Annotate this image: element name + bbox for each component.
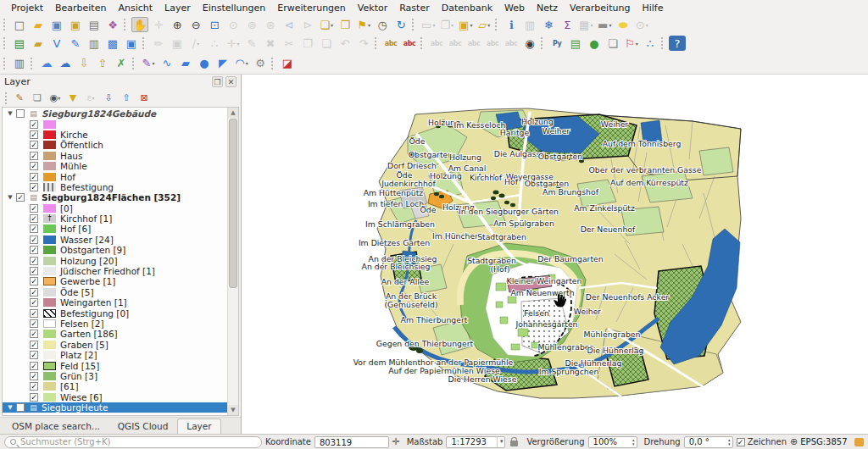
class-visibility-checkbox[interactable]: ✓ bbox=[30, 183, 38, 191]
add-vector-layer-button[interactable]: ▰ bbox=[30, 36, 47, 51]
show-hide-labels-button[interactable]: abc bbox=[447, 36, 464, 51]
panel-float-icon[interactable]: ❐ bbox=[212, 76, 223, 87]
add-raster-layer-button[interactable]: ▩ bbox=[104, 36, 121, 51]
resource-sharing-button[interactable]: ▤ bbox=[567, 36, 584, 51]
rotate-label-button[interactable]: abc bbox=[484, 36, 501, 51]
zoom-in-tool[interactable]: ⊕ bbox=[169, 17, 186, 32]
qgis-cloud-button[interactable]: ☁ bbox=[38, 56, 55, 71]
vertex-tool[interactable]: ✛▾ bbox=[225, 36, 242, 51]
save-project-as-button[interactable]: ▣ bbox=[67, 17, 84, 32]
dock-tab-qgis-cloud[interactable]: QGIS Cloud bbox=[109, 419, 177, 434]
expander-icon[interactable]: ▼ bbox=[6, 110, 14, 117]
digitize-rectangle-tool[interactable]: ▰ bbox=[177, 56, 194, 71]
legend-befestigung[interactable]: ✓Befestigung bbox=[3, 182, 227, 192]
map-canvas[interactable]: HolzungIm KesselochHolzungHaritgeWeiherW… bbox=[242, 75, 868, 434]
menu-erweiterungen[interactable]: Erweiterungen bbox=[271, 2, 352, 14]
measure-tool[interactable]: ▬▾ bbox=[596, 17, 613, 32]
legend-weingarten-1[interactable]: ✓Weingarten [1] bbox=[3, 297, 227, 308]
open-project-button[interactable]: ▰ bbox=[30, 17, 47, 32]
class-visibility-checkbox[interactable]: ✓ bbox=[30, 152, 38, 160]
locator-search-input[interactable]: Suchmuster (Strg+K) bbox=[4, 436, 262, 448]
layout-manager-button[interactable]: ▤ bbox=[86, 17, 103, 32]
scale-combo[interactable]: 1:17293▾ bbox=[446, 436, 505, 448]
extent-tracking-icon[interactable]: ✛ bbox=[392, 436, 400, 447]
project-tools-button[interactable]: ✗ bbox=[113, 56, 130, 71]
lock-icon[interactable] bbox=[510, 441, 518, 446]
legend-befestigung-0[interactable]: ✓Befestigung [0] bbox=[3, 308, 227, 318]
menu-netz[interactable]: Netz bbox=[531, 2, 564, 14]
style-manager-button[interactable]: ❖ bbox=[104, 17, 121, 32]
legend-0[interactable]: ✓[0] bbox=[3, 203, 227, 213]
zoom-full-button[interactable]: ⊡ bbox=[206, 17, 223, 32]
copy-features-clipboard-button[interactable]: ❐ bbox=[299, 36, 316, 51]
qgis-cloud-upload-button[interactable]: ☁ bbox=[57, 56, 74, 71]
add-wfs-layer-button[interactable]: ▣ bbox=[123, 36, 140, 51]
menu-web[interactable]: Web bbox=[498, 2, 531, 14]
zoom-native-button[interactable]: ⊛ bbox=[262, 17, 279, 32]
menu-verarbeitung[interactable]: Verarbeitung bbox=[564, 2, 636, 14]
digitize-polygon-tool[interactable]: ◤ bbox=[214, 56, 231, 71]
class-visibility-checkbox[interactable]: ✓ bbox=[30, 214, 38, 223]
spatial-bookmarks-button[interactable]: ⚑▾ bbox=[355, 17, 372, 32]
class-visibility-checkbox[interactable]: ✓ bbox=[30, 130, 38, 139]
new-map-view-button[interactable]: ❏▾ bbox=[318, 17, 335, 32]
legend-haus[interactable]: ✓Haus bbox=[3, 151, 227, 161]
identify-features-tool[interactable]: ℹ bbox=[503, 17, 520, 32]
menu-bearbeiten[interactable]: Bearbeiten bbox=[49, 2, 112, 14]
layer-diagram-button[interactable]: abc bbox=[401, 36, 418, 51]
search-layers-button[interactable]: ❏ bbox=[604, 36, 621, 51]
dock-tab-osm-place-search[interactable]: OSM place search... bbox=[3, 419, 108, 434]
manage-map-themes-button[interactable]: ◉▾ bbox=[47, 91, 63, 105]
processing-toolbox-button[interactable]: ❄ bbox=[540, 17, 557, 32]
class-visibility-checkbox[interactable]: ✓ bbox=[30, 362, 38, 370]
pan-map-tool[interactable]: ✋ bbox=[131, 17, 148, 32]
filter-by-expression-button[interactable]: ε▾ bbox=[83, 91, 98, 105]
temporal-controller-button[interactable]: ◷ bbox=[374, 17, 391, 32]
legend-garten-186[interactable]: ✓Garten [186] bbox=[3, 329, 227, 339]
legend-obstgarten-9[interactable]: ✓Obstgarten [9] bbox=[3, 245, 227, 255]
data-source-manager-button[interactable]: ▤ bbox=[11, 36, 28, 51]
legend-de-5[interactable]: ✓Öde [5] bbox=[3, 287, 227, 297]
new-3d-map-view-button[interactable]: ❐ bbox=[337, 17, 353, 32]
legend-hof[interactable]: ✓Hof bbox=[3, 171, 227, 181]
legend-gewerbe-1[interactable]: ✓Gewerbe [1] bbox=[3, 276, 227, 286]
legend-platz-2[interactable]: ✓Platz [2] bbox=[3, 350, 227, 360]
attribute-table-button[interactable]: ▦▾ bbox=[577, 17, 594, 32]
db-manager-button[interactable]: ▥ bbox=[11, 56, 28, 71]
select-by-form-button[interactable]: ▣▾ bbox=[457, 17, 474, 32]
menu-projekt[interactable]: Projekt bbox=[5, 2, 49, 14]
cut-features-button[interactable]: ✂ bbox=[281, 36, 298, 51]
paste-features-button[interactable]: ❏ bbox=[318, 36, 335, 51]
qgis-hub-button[interactable]: ● bbox=[586, 36, 603, 51]
zoom-to-layer-button[interactable]: ⊚ bbox=[243, 17, 260, 32]
change-label-button[interactable]: abc bbox=[503, 36, 520, 51]
legend-hof-6[interactable]: ✓Hof [6] bbox=[3, 224, 227, 234]
layer-visibility-checkbox[interactable]: ✓ bbox=[16, 193, 25, 202]
add-text-layer-button[interactable]: ✎ bbox=[67, 36, 84, 51]
zoom-last-button[interactable]: ⊲ bbox=[281, 17, 298, 32]
search-settings-button[interactable]: ⊙▾ bbox=[633, 17, 650, 32]
class-visibility-checkbox[interactable]: ✓ bbox=[30, 173, 38, 181]
statistical-summary-button[interactable]: ▥ bbox=[521, 17, 538, 32]
menu-datenbank[interactable]: Datenbank bbox=[436, 2, 498, 14]
class-visibility-checkbox[interactable]: ✓ bbox=[30, 257, 38, 265]
menu-hilfe[interactable]: Hilfe bbox=[636, 2, 669, 14]
class-visibility-checkbox[interactable]: ✓ bbox=[30, 204, 38, 213]
zoom-next-button[interactable]: ⊳ bbox=[299, 17, 316, 32]
menu-vektor[interactable]: Vektor bbox=[352, 2, 393, 14]
scrollbar-thumb[interactable] bbox=[229, 119, 237, 288]
menu-raster[interactable]: Raster bbox=[393, 2, 435, 14]
add-vector-v-button[interactable]: V bbox=[48, 36, 65, 51]
osm-place-search-button[interactable]: ◉ bbox=[521, 36, 538, 51]
undo-button[interactable]: ↶ bbox=[337, 36, 353, 51]
messages-icon[interactable] bbox=[854, 438, 864, 446]
move-label-button[interactable]: abc bbox=[465, 36, 482, 51]
export-project-button[interactable]: ⇧ bbox=[94, 56, 111, 71]
class-visibility-checkbox[interactable]: ✓ bbox=[30, 224, 38, 233]
class-visibility-checkbox[interactable]: ✓ bbox=[30, 341, 38, 349]
legend-gr-n-3[interactable]: ✓Grün [3] bbox=[3, 371, 227, 381]
digitize-tool[interactable]: ∕▾ bbox=[187, 36, 204, 51]
save-layer-edits-button[interactable]: ▣ bbox=[169, 36, 186, 51]
class-visibility-checkbox[interactable]: ✓ bbox=[30, 267, 38, 275]
copy-features-button[interactable]: ❐▾ bbox=[438, 17, 455, 32]
